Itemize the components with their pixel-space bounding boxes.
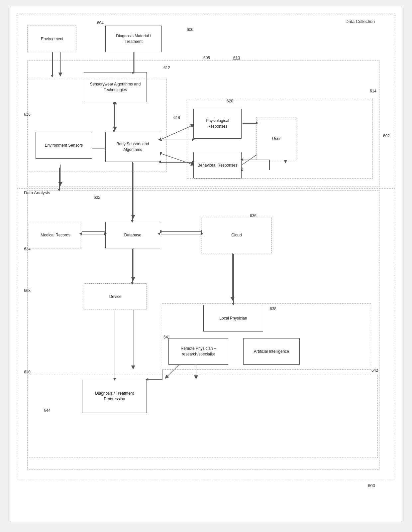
arrow-diagmat-sensory: [133, 52, 134, 73]
arrow-med-db: [82, 234, 105, 234]
ref-608a: 608: [203, 56, 210, 60]
region-630: [29, 375, 378, 458]
arrow-sensory-envsens-up: [113, 101, 115, 104]
main-diagram: Data Collection Data Analysis 602 604 60…: [17, 14, 395, 479]
arrow-bs-phys-l: [158, 138, 161, 141]
arrow-db-cloud-rhead: [201, 232, 203, 235]
ref-610: 610: [233, 56, 240, 60]
line-user-behav: [269, 160, 270, 170]
arrow-641-diag-h: [147, 379, 162, 380]
remote-physician-box: Remote Physician – research/specialist: [168, 338, 228, 365]
environment-sensors-box: Environment Sensors: [36, 132, 92, 159]
arrow-db-device-head: [131, 282, 134, 285]
arrow-bs-behav: [161, 162, 193, 163]
arrow-device-diag: [115, 311, 115, 379]
arrow-bs-phys: [161, 140, 193, 140]
arrow-diagmat-sensory-head: [132, 72, 134, 74]
arrow-body-db-head: [131, 220, 134, 223]
arrow-db-device: [132, 249, 133, 283]
arrow-env-sensory: [52, 52, 53, 76]
arrow-env-da-head: [58, 189, 60, 192]
arrow-sensory-envsens-down: [113, 130, 115, 133]
arrow-641-diag-lhead: [146, 378, 148, 381]
data-collection-label: Data Collection: [346, 19, 375, 24]
local-physician-box: Local Physician: [203, 305, 263, 332]
arrow-bs-phys-r: [192, 138, 195, 141]
page-container: Data Collection Data Analysis 602 604 60…: [10, 7, 402, 522]
arrow-med-db-rhead: [104, 232, 107, 235]
diagnosis-material-box: Diagnosis Material / Treatment: [105, 26, 162, 52]
arrow-device-diag-head: [113, 378, 116, 381]
arrow-body-db: [132, 162, 133, 221]
arrow-phys-user-head: [256, 122, 258, 124]
medical-records-box: Medical Records: [29, 222, 82, 248]
arrow-bs-behav-l: [158, 161, 161, 163]
arrow-env-sensory-head: [51, 75, 53, 77]
database-box: Database: [105, 222, 160, 248]
arrow-user-behav-head: [241, 158, 243, 161]
ref-606: 606: [187, 27, 193, 32]
artificial-intelligence-box: Artificial Intelligence: [243, 338, 300, 365]
arrow-cloud-lp: [233, 254, 234, 304]
cloud-box: Cloud: [202, 217, 271, 253]
arrow-db-cloud-lhead: [157, 232, 160, 235]
diagnosis-treatment-box: Diagnosis / Treatment Progression: [82, 380, 147, 413]
bottom-ref-area: 600: [17, 482, 395, 488]
arrow-db-cloud: [161, 234, 201, 234]
device-box: Device: [84, 283, 147, 310]
ref-604: 604: [97, 21, 104, 25]
arrow-sensory-envsens: [114, 103, 115, 131]
arrow-bs-behav-r: [192, 161, 195, 163]
arrow-med-db-lhead: [79, 232, 82, 235]
section-divider: [17, 189, 395, 189]
environment-box: Environment: [27, 26, 77, 52]
body-sensors-box: Body Sensors and Algorithms: [105, 132, 160, 162]
arrow-phys-user: [243, 123, 257, 124]
region-614-inner: [187, 99, 373, 179]
ref-602: 602: [383, 134, 390, 138]
arrow-cloud-lp-head: [232, 303, 235, 306]
line-user-behav2: [243, 160, 270, 160]
ref-600-label: 600: [368, 483, 375, 488]
arrow-env-to-da: [59, 168, 60, 190]
arrow-641-diag: [162, 370, 162, 380]
